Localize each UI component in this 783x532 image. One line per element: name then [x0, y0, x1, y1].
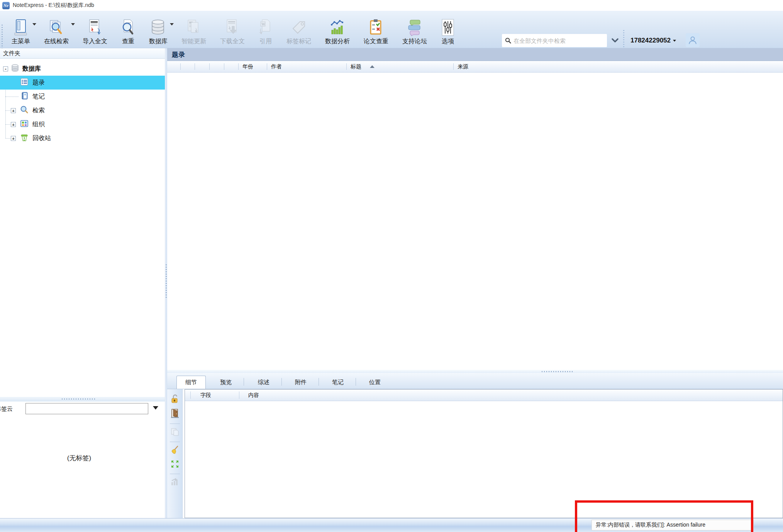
- database-icon: [11, 64, 19, 74]
- tag-dropdown-icon[interactable]: [153, 406, 158, 410]
- tree-item-notes[interactable]: 笔记: [0, 90, 165, 103]
- tab-preview[interactable]: 预览: [207, 376, 244, 389]
- tree-item-database[interactable]: - 数据库: [0, 62, 165, 76]
- database-button[interactable]: 数据库: [142, 12, 175, 47]
- detail-column-header: 字段 内容: [185, 390, 783, 401]
- data-analysis-button[interactable]: 数据分析: [318, 12, 357, 47]
- tree-item-organize[interactable]: + 组织: [0, 117, 165, 131]
- tree-item-search[interactable]: + 检索: [0, 103, 165, 117]
- status-bar: 异常:内部错误，请联系我们]: Assertion failure: [0, 518, 783, 532]
- smart-update-icon: [185, 17, 203, 38]
- dropdown-caret-icon: [170, 23, 174, 25]
- splitter-grip: [166, 264, 167, 299]
- tab-notes[interactable]: 笔记: [319, 376, 356, 389]
- account-menu[interactable]: 17824229052: [630, 34, 676, 47]
- dropdown-caret-icon: [71, 23, 75, 25]
- dropdown-caret-icon: [673, 40, 676, 42]
- database-icon: [149, 17, 167, 38]
- duplicate-check-button[interactable]: 查重: [114, 12, 142, 47]
- magnifier-icon: [20, 105, 29, 115]
- broom-icon[interactable]: [170, 446, 180, 456]
- account-id: 17824229052: [630, 37, 671, 44]
- detail-content: 字段 内容: [185, 389, 783, 518]
- records-list[interactable]: [167, 73, 783, 370]
- sort-asc-icon: [370, 65, 375, 68]
- folders-panel-header: 文件夹: [0, 48, 165, 59]
- tab-location[interactable]: 位置: [356, 376, 393, 389]
- detail-tabstrip: 细节 预览 综述 附件 笔记 位置: [167, 373, 783, 389]
- main-menu-button[interactable]: 主菜单: [5, 12, 37, 47]
- expand-toggle[interactable]: +: [11, 122, 16, 127]
- avatar[interactable]: [686, 33, 700, 47]
- tag-mark-button: 标签标记: [280, 12, 318, 47]
- folders-panel: 文件夹 - 数据库 题录 笔记 +: [0, 48, 165, 518]
- dropdown-caret-icon: [32, 23, 36, 25]
- online-search-button[interactable]: 在线检索: [37, 12, 76, 47]
- copy-icon: [170, 427, 180, 438]
- splitter-grip: [62, 398, 95, 400]
- records-column-header: 年份 作者 标题 来源: [167, 61, 783, 73]
- detail-column-content[interactable]: 内容: [248, 392, 259, 399]
- records-panel-title: 题录: [167, 48, 783, 61]
- search-icon: [505, 37, 511, 44]
- main-toolbar: 主菜单 在线检索 导入全文 查重 数据库: [0, 11, 783, 48]
- analytics-chart-icon: [329, 17, 346, 38]
- support-forum-button[interactable]: 支持论坛: [395, 12, 434, 47]
- detail-panel-splitter[interactable]: [167, 370, 783, 373]
- expand-toggle[interactable]: +: [11, 136, 16, 141]
- column-icon-5[interactable]: [224, 61, 239, 72]
- tree-item-recycle-bin[interactable]: + 回收站: [0, 131, 165, 145]
- list-icon: [20, 78, 29, 88]
- download-doc-icon: [224, 17, 241, 38]
- no-tags-text: (无标签): [0, 454, 158, 463]
- app-window-icon: [12, 17, 30, 38]
- tag-cloud-panel: 标签云 (无标签): [0, 402, 165, 518]
- collapse-toggle[interactable]: -: [3, 66, 8, 71]
- global-search: [502, 34, 607, 47]
- detail-fields-list[interactable]: [185, 401, 783, 518]
- splitter-grip: [542, 371, 573, 372]
- import-fulltext-icon: [86, 17, 104, 38]
- records-panel: 题录 年份 作者 标题 来源 细节 预览 综述 附件 笔记: [167, 48, 783, 518]
- window-title: NoteExpress - E:\投稿\数据库.ndb: [13, 2, 94, 9]
- app-icon: Ne: [2, 2, 10, 9]
- online-search-icon: [47, 17, 65, 38]
- column-source[interactable]: 来源: [454, 61, 783, 72]
- clipboard-check-icon: [367, 17, 385, 38]
- column-icon-1[interactable]: [167, 61, 181, 72]
- cite-button: W 引用: [252, 12, 280, 47]
- tag-panel-splitter[interactable]: [0, 397, 165, 402]
- tab-details[interactable]: 细节: [176, 376, 206, 389]
- folder-tree: - 数据库 题录 笔记 + 检索 +: [0, 59, 165, 398]
- tab-review[interactable]: 综述: [245, 376, 282, 389]
- title-bar: Ne NoteExpress - E:\投稿\数据库.ndb: [0, 0, 783, 11]
- svg-text:W: W: [261, 22, 265, 26]
- column-author[interactable]: 作者: [267, 61, 347, 72]
- chat-bubbles-icon: [406, 17, 424, 38]
- tag-icon: [290, 17, 308, 38]
- column-icon-3[interactable]: [195, 61, 210, 72]
- options-button[interactable]: 选项: [434, 12, 462, 47]
- expand-toggle[interactable]: +: [11, 108, 16, 113]
- expand-arrows-icon[interactable]: [170, 459, 180, 470]
- notebook-icon: [20, 91, 29, 102]
- cite-doc-icon: W: [257, 17, 275, 38]
- paper-check-button[interactable]: 论文查重: [357, 12, 395, 47]
- detail-column-field[interactable]: 字段: [200, 392, 211, 399]
- tree-item-records[interactable]: 题录: [0, 76, 165, 90]
- search-scope-chevron[interactable]: [610, 36, 620, 46]
- sliders-icon: [439, 17, 457, 38]
- status-error-message: 异常:内部错误，请联系我们]: Assertion failure: [591, 520, 754, 530]
- column-title[interactable]: 标题: [347, 61, 454, 72]
- lock-icon[interactable]: [170, 394, 180, 405]
- stats-icon: [170, 478, 180, 488]
- column-year[interactable]: 年份: [239, 61, 267, 72]
- column-icon-4[interactable]: [210, 61, 224, 72]
- column-icon-2[interactable]: [181, 61, 195, 72]
- tag-cloud-label: 标签云: [0, 405, 13, 413]
- search-input[interactable]: [514, 37, 604, 44]
- door-icon[interactable]: [170, 408, 180, 420]
- import-fulltext-button[interactable]: 导入全文: [76, 12, 114, 47]
- tab-attachment[interactable]: 附件: [282, 376, 319, 389]
- tag-filter-input[interactable]: [25, 403, 148, 414]
